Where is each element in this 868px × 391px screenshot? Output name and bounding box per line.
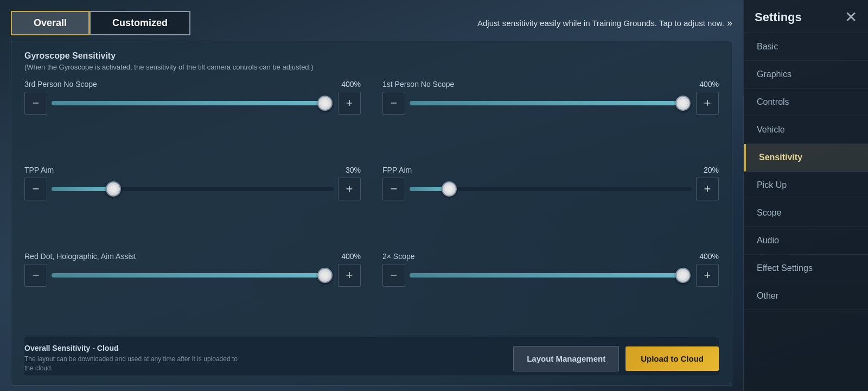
tabs-row: Overall Customized Adjust sensitivity ea… xyxy=(11,11,732,35)
slider-track-2x-scope[interactable] xyxy=(410,264,692,287)
sidebar-item-vehicle[interactable]: Vehicle xyxy=(744,116,868,144)
slider-plus-tpp-aim[interactable]: + xyxy=(338,178,361,200)
slider-row-red-dot-holographic: −+ xyxy=(24,264,361,287)
sidebar-item-other[interactable]: Other xyxy=(744,282,868,310)
slider-track-1st-person-no-scope[interactable] xyxy=(410,92,692,115)
slider-minus-red-dot-holographic[interactable]: − xyxy=(24,264,47,287)
sidebar-item-controls[interactable]: Controls xyxy=(744,89,868,116)
main-content: Overall Customized Adjust sensitivity ea… xyxy=(0,0,743,391)
tab-overall[interactable]: Overall xyxy=(11,11,90,35)
slider-minus-fpp-aim[interactable]: − xyxy=(382,178,405,200)
slider-minus-tpp-aim[interactable]: − xyxy=(24,178,47,200)
slider-label-3rd-person-no-scope: 3rd Person No Scope xyxy=(24,80,97,89)
slider-track-3rd-person-no-scope[interactable] xyxy=(52,92,334,115)
slider-value-red-dot-holographic: 400% xyxy=(341,252,361,261)
slider-group-1st-person-no-scope: 1st Person No Scope400%−+ xyxy=(382,80,719,158)
slider-thumb-3rd-person-no-scope[interactable] xyxy=(317,96,333,111)
slider-thumb-1st-person-no-scope[interactable] xyxy=(675,96,691,111)
sidebar-item-pick-up[interactable]: Pick Up xyxy=(744,172,868,199)
training-banner-text: Adjust sensitivity easily while in Train… xyxy=(477,18,724,28)
slider-track-red-dot-holographic[interactable] xyxy=(52,264,334,287)
bottom-buttons: Layout Management Upload to Cloud xyxy=(513,344,719,371)
slider-plus-1st-person-no-scope[interactable]: + xyxy=(696,92,719,115)
slider-minus-1st-person-no-scope[interactable]: − xyxy=(382,92,405,115)
close-button[interactable]: ✕ xyxy=(845,10,857,25)
slider-value-1st-person-no-scope: 400% xyxy=(699,80,719,89)
slider-value-fpp-aim: 20% xyxy=(704,166,719,174)
sidebar-item-audio[interactable]: Audio xyxy=(744,227,868,255)
gyroscope-title: Gyroscope Sensitivity xyxy=(24,51,719,61)
sliders-grid: 3rd Person No Scope400%−+1st Person No S… xyxy=(24,80,719,330)
slider-label-red-dot-holographic: Red Dot, Holographic, Aim Assist xyxy=(24,252,136,261)
slider-plus-fpp-aim[interactable]: + xyxy=(696,178,719,200)
slider-row-3rd-person-no-scope: −+ xyxy=(24,92,361,115)
training-banner[interactable]: Adjust sensitivity easily while in Train… xyxy=(477,17,732,29)
slider-plus-3rd-person-no-scope[interactable]: + xyxy=(338,92,361,115)
sidebar-item-basic[interactable]: Basic xyxy=(744,33,868,61)
slider-thumb-2x-scope[interactable] xyxy=(675,268,691,283)
slider-group-tpp-aim: TPP Aim30%−+ xyxy=(24,166,361,244)
slider-label-2x-scope: 2× Scope xyxy=(382,252,415,261)
sidebar-title: Settings xyxy=(755,10,802,24)
cloud-info: Overall Sensitivity - Cloud The layout c… xyxy=(24,344,513,373)
bottom-bar: Overall Sensitivity - Cloud The layout c… xyxy=(24,337,719,375)
slider-value-2x-scope: 400% xyxy=(699,252,719,261)
slider-thumb-red-dot-holographic[interactable] xyxy=(317,268,333,283)
slider-track-fpp-aim[interactable] xyxy=(410,178,692,200)
gyroscope-desc: (When the Gyroscope is activated, the se… xyxy=(24,63,719,71)
sidebar-item-effect-settings[interactable]: Effect Settings xyxy=(744,255,868,282)
slider-group-2x-scope: 2× Scope400%−+ xyxy=(382,252,719,330)
slider-label-1st-person-no-scope: 1st Person No Scope xyxy=(382,80,454,89)
sidebar-nav: BasicGraphicsControlsVehicleSensitivityP… xyxy=(744,33,868,391)
sidebar-item-graphics[interactable]: Graphics xyxy=(744,61,868,89)
slider-thumb-fpp-aim[interactable] xyxy=(442,181,457,197)
slider-label-fpp-aim: FPP Aim xyxy=(382,166,412,174)
sidebar: Settings ✕ BasicGraphicsControlsVehicleS… xyxy=(743,0,868,391)
slider-row-tpp-aim: −+ xyxy=(24,178,361,200)
slider-label-tpp-aim: TPP Aim xyxy=(24,166,54,174)
slider-row-fpp-aim: −+ xyxy=(382,178,719,200)
slider-group-fpp-aim: FPP Aim20%−+ xyxy=(382,166,719,244)
slider-minus-2x-scope[interactable]: − xyxy=(382,264,405,287)
slider-plus-2x-scope[interactable]: + xyxy=(696,264,719,287)
cloud-title: Overall Sensitivity - Cloud xyxy=(24,344,513,352)
sidebar-header: Settings ✕ xyxy=(744,0,868,33)
upload-to-cloud-button[interactable]: Upload to Cloud xyxy=(626,346,719,371)
slider-track-tpp-aim[interactable] xyxy=(52,178,334,200)
slider-row-1st-person-no-scope: −+ xyxy=(382,92,719,115)
slider-group-red-dot-holographic: Red Dot, Holographic, Aim Assist400%−+ xyxy=(24,252,361,330)
slider-group-3rd-person-no-scope: 3rd Person No Scope400%−+ xyxy=(24,80,361,158)
training-banner-arrow: » xyxy=(727,17,732,29)
slider-thumb-tpp-aim[interactable] xyxy=(106,181,121,197)
tab-customized[interactable]: Customized xyxy=(90,11,190,35)
slider-plus-red-dot-holographic[interactable]: + xyxy=(338,264,361,287)
sidebar-item-sensitivity[interactable]: Sensitivity xyxy=(744,144,868,172)
sidebar-item-scope[interactable]: Scope xyxy=(744,199,868,227)
layout-management-button[interactable]: Layout Management xyxy=(513,346,619,371)
settings-panel: Gyroscope Sensitivity (When the Gyroscop… xyxy=(11,41,732,386)
slider-minus-3rd-person-no-scope[interactable]: − xyxy=(24,92,47,115)
cloud-desc: The layout can be downloaded and used at… xyxy=(24,355,241,373)
slider-row-2x-scope: −+ xyxy=(382,264,719,287)
slider-value-3rd-person-no-scope: 400% xyxy=(341,80,361,89)
slider-value-tpp-aim: 30% xyxy=(346,166,361,174)
